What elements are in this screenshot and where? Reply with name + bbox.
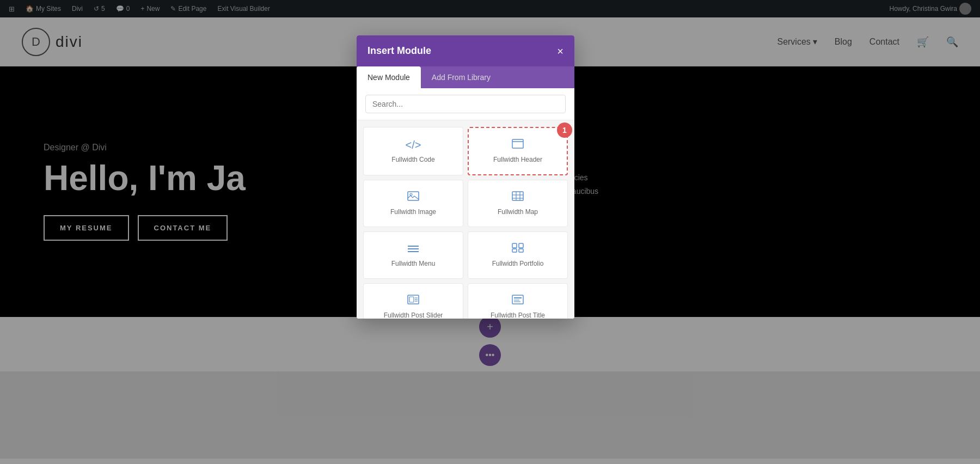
svg-rect-4	[512, 192, 523, 200]
edit-icon: ✎	[170, 5, 176, 13]
tab-library-label: Add From Library	[432, 73, 491, 82]
blog-label: Blog	[835, 37, 852, 47]
site-logo[interactable]: D divi	[22, 28, 83, 56]
my-resume-button[interactable]: MY RESUME	[44, 215, 129, 241]
edit-label: Edit Page	[178, 5, 206, 13]
nav-services[interactable]: Services ▾	[777, 36, 817, 47]
hero-title: Hello, I'm Ja	[44, 159, 354, 197]
svg-point-3	[410, 193, 412, 196]
badge-1: 1	[557, 123, 572, 138]
module-label-fullwidth-post-title: Fullwidth Post Title	[491, 312, 545, 319]
nav-items: Services ▾ Blog Contact 🛒 🔍	[777, 36, 958, 48]
divi-label: Divi	[72, 5, 83, 13]
updates-icon: ↺	[94, 5, 99, 13]
module-label-fullwidth-image: Fullwidth Image	[390, 208, 436, 216]
module-fullwidth-map[interactable]: Fullwidth Map	[468, 180, 568, 227]
module-fullwidth-code[interactable]: </> Fullwidth Code	[363, 127, 463, 175]
module-label-fullwidth-code: Fullwidth Code	[391, 156, 434, 163]
add-section-purple-button[interactable]: +	[479, 316, 501, 338]
module-fullwidth-menu[interactable]: Fullwidth Menu	[363, 231, 463, 279]
post-slider-icon	[407, 295, 419, 307]
search-icon[interactable]: 🔍	[946, 36, 958, 48]
more-options-button[interactable]: •••	[479, 344, 501, 366]
admin-bar-right: Howdy, Christina Gwira	[885, 3, 976, 15]
module-label-fullwidth-portfolio: Fullwidth Portfolio	[492, 260, 544, 267]
admin-bar: ⊞ 🏠 My Sites Divi ↺ 5 💬 0 + New ✎ Edit P…	[0, 0, 980, 17]
hero-left: Designer @ Divi Hello, I'm Ja MY RESUME …	[44, 143, 354, 240]
module-fullwidth-portfolio[interactable]: Fullwidth Portfolio	[468, 231, 568, 279]
svg-rect-12	[512, 243, 517, 248]
my-sites-icon: 🏠	[26, 5, 34, 13]
admin-edit-page[interactable]: ✎ Edit Page	[166, 5, 211, 13]
module-label-fullwidth-header: Fullwidth Header	[493, 156, 542, 163]
module-fullwidth-header[interactable]: Fullwidth Header 1	[468, 127, 568, 175]
logo-text: divi	[56, 33, 83, 51]
updates-count: 5	[101, 5, 105, 13]
modal-close-button[interactable]: ×	[557, 46, 564, 57]
admin-user[interactable]: Howdy, Christina Gwira	[885, 3, 976, 15]
tab-new-module[interactable]: New Module	[357, 66, 421, 88]
modal-tabs: New Module Add From Library	[357, 66, 574, 88]
admin-wp-logo[interactable]: ⊞	[4, 5, 19, 13]
svg-rect-0	[512, 139, 523, 148]
module-fullwidth-image[interactable]: Fullwidth Image	[363, 180, 463, 227]
exit-builder-label: Exit Visual Builder	[217, 5, 270, 13]
services-chevron-icon: ▾	[813, 36, 817, 47]
admin-divi[interactable]: Divi	[68, 5, 87, 13]
module-label-fullwidth-map: Fullwidth Map	[498, 208, 538, 216]
tab-new-module-label: New Module	[367, 73, 410, 82]
module-search-input[interactable]	[365, 95, 566, 113]
module-label-fullwidth-menu: Fullwidth Menu	[391, 260, 436, 267]
admin-new[interactable]: + New	[136, 5, 164, 13]
modal-title: Insert Module	[367, 45, 431, 57]
contact-label: Contact	[869, 37, 899, 47]
menu-icon	[407, 243, 419, 255]
new-label: New	[146, 5, 160, 13]
svg-rect-21	[512, 295, 523, 304]
logo-circle: D	[22, 28, 50, 56]
contact-me-button[interactable]: CONTACT ME	[138, 215, 228, 241]
svg-rect-17	[409, 297, 414, 302]
image-icon	[407, 191, 419, 204]
user-greeting: Howdy, Christina Gwira	[890, 5, 957, 13]
modal-search	[357, 88, 574, 120]
nav-contact[interactable]: Contact	[869, 37, 899, 47]
cart-icon[interactable]: 🛒	[917, 36, 929, 48]
hero-subtitle: Designer @ Divi	[44, 143, 354, 152]
hero-buttons: MY RESUME CONTACT ME	[44, 215, 354, 241]
admin-my-sites[interactable]: 🏠 My Sites	[21, 5, 65, 13]
avatar	[959, 3, 971, 15]
header-icon	[512, 139, 524, 151]
admin-exit-builder[interactable]: Exit Visual Builder	[213, 5, 274, 13]
insert-module-modal: Insert Module × New Module Add From Libr…	[357, 35, 574, 319]
module-label-fullwidth-post-slider: Fullwidth Post Slider	[384, 312, 443, 319]
module-grid: </> Fullwidth Code Fullwidth Header 1	[357, 120, 574, 319]
svg-rect-15	[519, 249, 523, 252]
admin-comments[interactable]: 💬 0	[112, 5, 134, 13]
modal-header: Insert Module ×	[357, 35, 574, 66]
my-sites-label: My Sites	[36, 5, 61, 13]
wp-logo-icon: ⊞	[9, 5, 15, 13]
portfolio-icon	[512, 243, 524, 255]
post-title-icon	[512, 295, 524, 307]
code-icon: </>	[406, 139, 421, 151]
services-label: Services	[777, 37, 810, 47]
footer-area	[0, 371, 980, 459]
logo-letter: D	[32, 35, 40, 49]
admin-updates[interactable]: ↺ 5	[89, 5, 109, 13]
module-fullwidth-post-title[interactable]: Fullwidth Post Title	[468, 283, 568, 319]
svg-rect-14	[512, 249, 517, 252]
nav-blog[interactable]: Blog	[835, 37, 852, 47]
tab-add-from-library[interactable]: Add From Library	[421, 66, 501, 88]
svg-rect-13	[519, 243, 523, 248]
comments-icon: 💬	[116, 5, 124, 13]
comments-count: 0	[126, 5, 130, 13]
module-fullwidth-post-slider[interactable]: Fullwidth Post Slider	[363, 283, 463, 319]
map-icon	[512, 191, 524, 204]
plus-icon: +	[140, 5, 144, 13]
